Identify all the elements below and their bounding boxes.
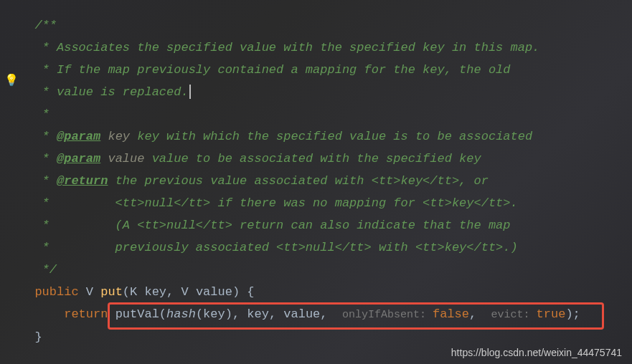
watermark-text: https://blog.csdn.net/weixin_44475741 — [451, 347, 622, 358]
code-line: * — [20, 103, 632, 125]
javadoc-tag: @param — [57, 152, 100, 166]
code-editor[interactable]: 💡 /** * Associates the specified value w… — [0, 0, 632, 348]
javadoc-tag: @return — [57, 174, 108, 188]
parameter-hint: onlyIfAbsent: — [342, 309, 433, 321]
comment: the previous value associated with <tt>k… — [108, 174, 489, 188]
argument: key — [203, 307, 225, 321]
comment: * (A <tt>null</tt> return can also indic… — [34, 219, 510, 232]
comment: * If the map previously contained a mapp… — [34, 63, 510, 77]
comment: * — [34, 174, 57, 188]
code-line: * Associates the specified value with th… — [20, 37, 632, 59]
boolean: true — [537, 307, 566, 321]
comment: * Associates the specified value with th… — [34, 41, 539, 54]
argument: value — [283, 307, 320, 321]
code-line: * <tt>null</tt> if there was no mapping … — [20, 192, 632, 214]
code-line: * (A <tt>null</tt> return can also indic… — [20, 214, 632, 236]
param-name: value — [108, 152, 144, 166]
comment: */ — [34, 263, 57, 277]
code-line: * If the map previously contained a mapp… — [20, 59, 632, 81]
type: V — [181, 285, 188, 299]
argument: key — [247, 307, 269, 321]
brace: } — [34, 330, 42, 344]
comment: * — [34, 130, 57, 143]
comment: * — [34, 152, 57, 166]
brace: { — [240, 285, 254, 299]
code-line: return putVal(hash(key), key, value, onl… — [20, 303, 632, 326]
method-call: putVal — [115, 307, 159, 321]
text-cursor — [189, 85, 191, 99]
method-call: hash — [166, 307, 196, 321]
boolean: false — [433, 307, 469, 321]
comment: * previously associated <tt>null</tt> wi… — [34, 241, 517, 254]
code-line: * @return the previous value associated … — [20, 170, 632, 192]
comment: /** — [34, 19, 57, 32]
lightbulb-icon[interactable]: 💡 — [4, 73, 19, 87]
parameter-hint: evict: — [491, 309, 537, 321]
punctuation: , — [166, 285, 181, 299]
comment: key with which the specified value is to… — [130, 130, 532, 143]
keyword: public — [34, 285, 78, 299]
comment: value to be associated with the specifie… — [144, 152, 481, 166]
parameter: value — [196, 285, 232, 299]
javadoc-tag: @param — [57, 130, 100, 143]
type: K — [130, 285, 137, 299]
parameter: key — [144, 285, 166, 299]
type: V — [86, 285, 93, 299]
method-name: put — [100, 285, 123, 299]
comment: * value is replaced. — [34, 85, 188, 99]
code-line: * @param value value to be associated wi… — [20, 148, 632, 170]
comment: * <tt>null</tt> if there was no mapping … — [34, 196, 517, 210]
code-line: /** — [20, 14, 632, 37]
code-line: } — [20, 326, 632, 348]
code-line: * previously associated <tt>null</tt> wi… — [20, 236, 632, 259]
code-line: * value is replaced. — [20, 81, 632, 103]
param-name: key — [108, 130, 130, 143]
code-line: public V put(K key, V value) { — [20, 281, 632, 303]
keyword: return — [64, 307, 108, 321]
code-line: * @param key key with which the specifie… — [20, 125, 632, 148]
code-line: */ — [20, 259, 632, 281]
comment: * — [34, 107, 49, 121]
